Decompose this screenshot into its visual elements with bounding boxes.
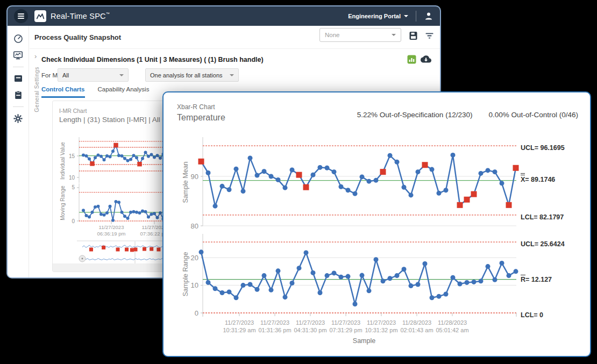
- svg-text:0: 0: [195, 309, 198, 317]
- svg-text:0: 0: [72, 218, 75, 224]
- chevron-down-icon: [404, 15, 408, 17]
- chart-range-navigator[interactable]: [77, 240, 168, 266]
- measure-select[interactable]: All: [58, 68, 129, 82]
- svg-text:05:01:42 am: 05:01:42 am: [436, 327, 468, 333]
- svg-text:11/27/2023: 11/27/2023: [331, 319, 360, 326]
- rbar-center-label: R= 12.127: [521, 274, 552, 283]
- panel-divider: [30, 48, 440, 49]
- sidebar-divider: [13, 67, 24, 67]
- app-logo-icon: [34, 10, 46, 22]
- collapse-panel-chevron[interactable]: ›: [34, 52, 37, 60]
- svg-text:04:31:30 pm: 04:31:30 pm: [294, 327, 326, 333]
- svg-text:10:31:32 pm: 10:31:32 pm: [365, 327, 397, 333]
- screen: Real-Time SPC™ Engineering Portal: [0, 0, 597, 364]
- sidebar-divider: [13, 106, 24, 107]
- top-bar: Real-Time SPC™ Engineering Portal: [8, 6, 440, 26]
- tab-capability-analysis[interactable]: Capability Analysis: [98, 86, 150, 98]
- svg-text:20: 20: [191, 254, 198, 262]
- topbar-divider: [416, 11, 416, 22]
- svg-text:90: 90: [191, 173, 198, 181]
- xbar-r-dialog: Xbar-R Chart Temperature 5.22% Out-of-Sp…: [162, 91, 591, 357]
- clipboard-icon[interactable]: [13, 90, 24, 101]
- save-icon[interactable]: [408, 30, 418, 41]
- imr-chart-type-label: I-MR Chart: [59, 108, 87, 114]
- tab-control-charts[interactable]: Control Charts: [41, 86, 85, 98]
- svg-text:11/27/2023: 11/27/2023: [367, 319, 396, 326]
- svg-text:15: 15: [69, 153, 75, 159]
- general-settings-label: General Settings: [33, 67, 40, 112]
- svg-text:10: 10: [69, 175, 75, 181]
- cloud-download-icon[interactable]: [421, 53, 431, 64]
- brand-title: Real-Time SPC™: [51, 12, 110, 20]
- xbar-center-label: X= 89.1746: [521, 174, 555, 183]
- svg-text:Sample: Sample: [353, 337, 375, 345]
- sidebar: [8, 26, 29, 277]
- settings-gear-icon[interactable]: [13, 113, 24, 124]
- chevron-down-icon: [392, 34, 396, 36]
- ucl-label-mean: UCL= 96.1695: [521, 142, 565, 152]
- svg-text:10:31:29 am: 10:31:29 am: [223, 327, 255, 333]
- svg-text:Individual Value: Individual Value: [60, 142, 66, 180]
- svg-text:02:01:43 am: 02:01:43 am: [400, 327, 433, 333]
- lcl-label-mean: LCL= 82.1797: [521, 211, 564, 221]
- svg-text:11/27/2023: 11/27/2023: [99, 224, 124, 230]
- preset-select[interactable]: None: [319, 28, 401, 42]
- portal-selector[interactable]: Engineering Portal: [348, 13, 408, 19]
- ucl-label-range: UCL= 25.6424: [521, 238, 565, 248]
- svg-text:5: 5: [72, 184, 75, 190]
- analysis-mode-select[interactable]: One analysis for all stations: [145, 68, 239, 82]
- dashboard-gauge-icon[interactable]: [13, 33, 24, 44]
- svg-text:06:36:19 pm: 06:36:19 pm: [97, 231, 126, 237]
- svg-text:11/28/2023: 11/28/2023: [438, 319, 467, 326]
- filter-icon[interactable]: [424, 30, 435, 41]
- svg-text:Sample Range: Sample Range: [182, 252, 189, 297]
- svg-text:80: 80: [191, 222, 198, 230]
- tab-bar: Control Charts Capability Analysis: [41, 86, 149, 98]
- svg-text:11/27/2023: 11/27/2023: [260, 319, 289, 326]
- svg-text:Moving Range: Moving Range: [60, 185, 66, 220]
- chevron-down-icon: [230, 74, 234, 76]
- hamburger-menu-icon[interactable]: [14, 9, 28, 23]
- svg-text:01:31:36 pm: 01:31:36 pm: [258, 327, 291, 333]
- svg-text:11/27/2023: 11/27/2023: [225, 319, 254, 326]
- archive-box-icon[interactable]: [13, 73, 24, 84]
- svg-text:07:31:29 pm: 07:31:29 pm: [329, 327, 362, 333]
- monitor-chart-icon[interactable]: [13, 50, 24, 61]
- svg-text:Sample Mean: Sample Mean: [182, 161, 189, 203]
- user-account-icon[interactable]: [424, 11, 433, 21]
- svg-text:11/28/2023: 11/28/2023: [402, 319, 431, 326]
- svg-text:11/27/2023: 11/27/2023: [296, 319, 325, 326]
- page-title: Process Quality Snapshot: [34, 33, 121, 41]
- svg-text:10: 10: [191, 281, 198, 289]
- chevron-down-icon: [119, 74, 124, 76]
- chart-export-icon[interactable]: [406, 54, 417, 65]
- analysis-panel-title: Check Individual Dimensions (1 Unit | 3 …: [41, 56, 264, 63]
- lcl-label-range: LCL= 0: [521, 309, 543, 319]
